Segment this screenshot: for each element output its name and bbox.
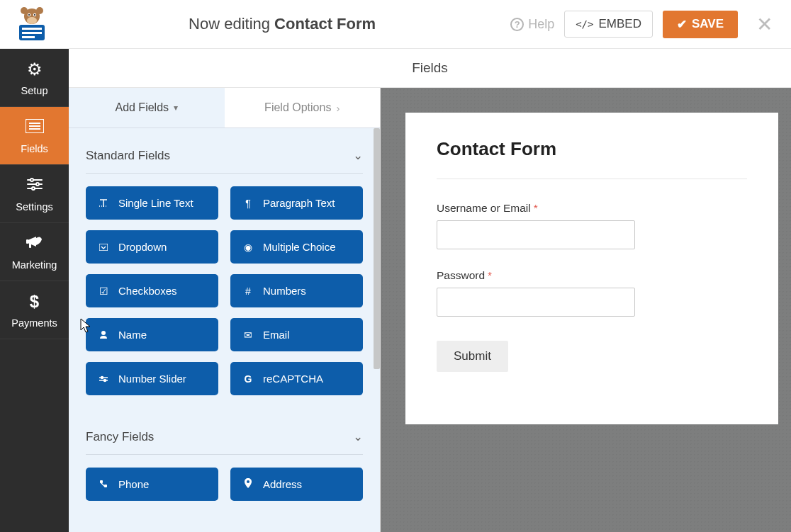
code-icon: </> — [576, 18, 593, 30]
field-label: Email — [263, 329, 290, 341]
field-address[interactable]: Address — [230, 468, 363, 501]
submit-button[interactable]: Submit — [437, 341, 508, 372]
field-label: Name — [118, 329, 147, 341]
sliders-icon — [26, 176, 43, 196]
chevron-down-icon: ⌄ — [353, 429, 363, 444]
field-phone[interactable]: Phone — [86, 468, 218, 501]
pin-icon — [242, 478, 254, 490]
divider — [86, 173, 363, 174]
embed-button[interactable]: </> EMBED — [564, 11, 653, 38]
svg-point-6 — [34, 14, 35, 16]
section-fancy-fields[interactable]: Fancy Fields ⌄ — [86, 414, 363, 454]
nav-label: Fields — [21, 143, 48, 154]
logo — [10, 5, 54, 44]
panel-body: Standard Fields ⌄ Single Line Text ¶Para… — [69, 128, 380, 532]
nav-label: Setup — [21, 85, 48, 96]
dollar-icon: $ — [30, 292, 39, 312]
tab-field-options[interactable]: Field Options › — [225, 88, 381, 128]
main: Fields Add Fields ▾ Field Options › Stan… — [69, 49, 791, 532]
svg-point-21 — [32, 187, 35, 190]
required-marker: * — [488, 269, 492, 282]
section-label: Fancy Fields — [86, 430, 154, 444]
password-input[interactable] — [437, 288, 635, 317]
svg-point-19 — [36, 183, 39, 186]
field-label: reCAPTCHA — [263, 373, 323, 385]
field-recaptcha[interactable]: GreCAPTCHA — [230, 362, 363, 395]
embed-label: EMBED — [598, 17, 641, 31]
field-email[interactable]: ✉Email — [230, 318, 363, 351]
nav-setup[interactable]: ⚙ Setup — [0, 49, 69, 107]
standard-fields-grid: Single Line Text ¶Paragraph Text Dropdow… — [86, 186, 363, 395]
panel-tabs: Add Fields ▾ Field Options › — [69, 88, 380, 128]
field-label: Phone — [118, 478, 149, 490]
field-label: Password — [437, 269, 485, 282]
field-label: Dropdown — [118, 241, 167, 253]
form-field-username: Username or Email * — [437, 202, 747, 249]
editing-form-name: Contact Form — [274, 15, 376, 33]
field-label: Address — [263, 478, 302, 490]
field-single-line-text[interactable]: Single Line Text — [86, 186, 218, 220]
svg-rect-10 — [22, 32, 42, 34]
field-label: Single Line Text — [118, 197, 193, 209]
gear-icon: ⚙ — [27, 60, 43, 79]
field-number-slider[interactable]: Number Slider — [86, 362, 218, 395]
editing-title: Now editing Contact Form — [54, 15, 510, 33]
slider-icon — [97, 373, 110, 385]
help-label: Help — [528, 17, 554, 32]
nav-payments[interactable]: $ Payments — [0, 281, 69, 339]
svg-point-25 — [101, 331, 106, 335]
editing-prefix: Now editing — [189, 15, 274, 33]
svg-point-17 — [30, 179, 33, 181]
section-standard-fields[interactable]: Standard Fields ⌄ — [86, 142, 363, 173]
nav-settings[interactable]: Settings — [0, 165, 69, 223]
fields-header: Fields — [69, 49, 791, 88]
form-title: Contact Form — [437, 138, 747, 160]
nav-marketing[interactable]: Marketing — [0, 223, 69, 281]
field-dropdown[interactable]: Dropdown — [86, 230, 218, 264]
nav-label: Marketing — [12, 259, 57, 271]
field-label-row: Username or Email * — [437, 202, 747, 215]
tab-label: Add Fields — [115, 101, 169, 114]
svg-point-27 — [101, 376, 103, 378]
tab-add-fields[interactable]: Add Fields ▾ — [69, 88, 225, 128]
phone-icon — [97, 479, 110, 490]
svg-rect-23 — [29, 243, 31, 248]
user-icon — [97, 329, 110, 341]
left-nav: ⚙ Setup Fields Settings Marketing $ Paym… — [0, 49, 69, 532]
svg-point-7 — [27, 17, 37, 24]
field-paragraph-text[interactable]: ¶Paragraph Text — [230, 186, 363, 220]
check-icon: ✔ — [677, 17, 687, 32]
mail-icon: ✉ — [242, 329, 254, 341]
username-input[interactable] — [437, 220, 635, 249]
field-name[interactable]: Name — [86, 318, 218, 351]
svg-point-29 — [104, 379, 106, 381]
field-label-row: Password * — [437, 269, 747, 282]
text-icon — [97, 198, 110, 209]
fancy-fields-grid: Phone Address — [86, 468, 363, 501]
section-label: Standard Fields — [86, 149, 170, 163]
help-link[interactable]: ? Help — [510, 17, 554, 32]
nav-fields[interactable]: Fields — [0, 107, 69, 165]
field-label: Multiple Choice — [263, 241, 336, 253]
field-numbers[interactable]: #Numbers — [230, 274, 363, 307]
chevron-right-icon: › — [336, 102, 340, 114]
field-label: Paragraph Text — [263, 197, 335, 209]
field-multiple-choice[interactable]: ◉Multiple Choice — [230, 230, 363, 264]
svg-rect-24 — [99, 244, 108, 251]
help-icon: ? — [510, 18, 524, 31]
field-label: Username or Email — [437, 202, 531, 215]
close-icon[interactable]: ✕ — [748, 13, 775, 36]
svg-rect-22 — [26, 239, 28, 244]
svg-point-5 — [28, 14, 30, 16]
divider — [437, 179, 747, 179]
divider — [86, 454, 363, 455]
caret-icon — [97, 242, 110, 253]
nav-label: Payments — [11, 317, 57, 329]
field-checkboxes[interactable]: ☑Checkboxes — [86, 274, 218, 307]
list-icon — [26, 118, 44, 137]
field-label: Numbers — [263, 285, 306, 297]
form-field-password: Password * — [437, 269, 747, 317]
svg-point-30 — [247, 480, 249, 483]
paragraph-icon: ¶ — [242, 198, 254, 209]
save-button[interactable]: ✔ SAVE — [663, 11, 738, 38]
